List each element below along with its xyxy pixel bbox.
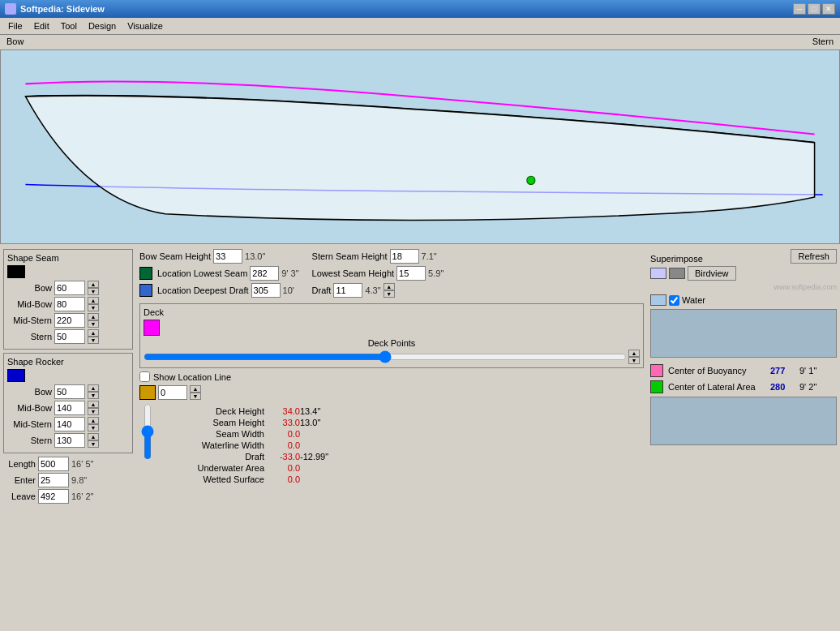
rocker-midstern-input[interactable]	[54, 417, 85, 431]
water-checkbox[interactable]	[669, 295, 679, 306]
rocker-bow-down[interactable]: ▼	[88, 392, 99, 399]
close-button[interactable]: ✕	[822, 3, 835, 15]
stern-seam-height-input[interactable]	[390, 249, 419, 264]
enter-input[interactable]	[38, 473, 69, 487]
enter-row: Enter 9.8"	[3, 473, 133, 487]
wetted-surface-row: Wetted Surface 0.0	[159, 474, 336, 484]
rocker-stern-down[interactable]: ▼	[88, 440, 99, 448]
seam-height-stat-value: 33.0	[268, 418, 300, 427]
leave-input[interactable]	[38, 489, 69, 504]
boat-svg	[1, 50, 839, 243]
seam-bow-label: Bow	[7, 283, 52, 293]
wetted-surface-label: Wetted Surface	[159, 474, 264, 484]
seam-midstern-input[interactable]	[54, 313, 85, 328]
location-up[interactable]: ▲	[190, 385, 201, 393]
seam-width-value: 0.0	[268, 429, 300, 439]
center-buoyancy-row: Center of Buoyancy 277 9' 1"	[650, 364, 837, 377]
seam-bow-up[interactable]: ▲	[88, 281, 99, 288]
draft-up[interactable]: ▲	[384, 283, 395, 290]
stern-label: Stern	[812, 36, 834, 46]
seam-bow-row: Bow ▲ ▼	[7, 281, 129, 295]
menu-file[interactable]: File	[3, 19, 28, 32]
lowest-location-input[interactable]	[250, 266, 279, 281]
window-controls: ─ □ ✕	[793, 3, 835, 15]
app-icon	[5, 3, 16, 15]
seam-midbow-input[interactable]	[54, 297, 85, 311]
seam-midbow-up[interactable]: ▲	[88, 297, 99, 304]
deepest-draft-input[interactable]	[251, 283, 281, 298]
seam-stern-input[interactable]	[54, 329, 85, 344]
superimpose-swatch1[interactable]	[650, 268, 666, 279]
seam-midstern-down[interactable]: ▼	[88, 320, 99, 328]
rocker-midstern-up[interactable]: ▲	[88, 417, 99, 424]
shape-rocker-color-swatch[interactable]	[7, 369, 25, 382]
lowest-location-label: Location Lowest Seam	[157, 268, 247, 278]
rocker-midstern-down[interactable]: ▼	[88, 424, 99, 431]
window-title: Softpedia: Sideview	[20, 4, 105, 14]
rocker-bow-input[interactable]	[54, 384, 85, 399]
seam-midstern-up[interactable]: ▲	[88, 313, 99, 320]
menu-edit[interactable]: Edit	[29, 19, 54, 32]
shape-seam-color-swatch[interactable]	[7, 265, 25, 278]
waterline-slider[interactable]	[139, 403, 156, 460]
shape-rocker-label: Shape Rocker	[7, 357, 129, 367]
draft-input[interactable]	[333, 283, 362, 298]
length-unit: 16' 5"	[71, 459, 93, 469]
bow-seam-height-label: Bow Seam Height	[139, 251, 211, 261]
rocker-midbow-up[interactable]: ▲	[88, 401, 99, 408]
bow-seam-height-input[interactable]	[213, 249, 242, 264]
deck-height-row: Deck Height 34.0 13.4"	[159, 406, 336, 416]
location-value-input[interactable]	[158, 385, 187, 400]
location-down[interactable]: ▼	[190, 393, 201, 400]
seam-stern-down[interactable]: ▼	[88, 337, 99, 344]
superimpose-swatch2[interactable]	[669, 268, 685, 279]
waterline-width-label: Waterline Width	[159, 440, 264, 450]
seam-right-col: Stern Seam Height 7.1" Lowest Seam Heigh…	[312, 249, 444, 300]
lowest-location-row: Location Lowest Seam 9' 3"	[139, 266, 299, 281]
birdview-button[interactable]: Birdview	[688, 266, 736, 281]
draft-unit: 4.3"	[365, 285, 380, 295]
rocker-bow-up[interactable]: ▲	[88, 384, 99, 392]
seam-height-stat-row: Seam Height 33.0 13.0"	[159, 418, 336, 427]
menu-visualize[interactable]: Visualize	[122, 19, 168, 32]
deck-section: Deck Deck Points ▲ ▼	[139, 303, 644, 368]
seam-bow-down[interactable]: ▼	[88, 288, 99, 295]
menu-tool[interactable]: Tool	[56, 19, 82, 32]
center-lateral-row: Center of Lateral Area 280 9' 2"	[650, 380, 837, 393]
rocker-stern-input[interactable]	[54, 433, 85, 448]
draft-down[interactable]: ▼	[384, 290, 395, 298]
show-location-checkbox[interactable]	[139, 371, 150, 382]
rocker-midbow-down[interactable]: ▼	[88, 408, 99, 415]
stern-seam-height-row: Stern Seam Height 7.1"	[312, 249, 444, 264]
lowest-seam-input[interactable]	[396, 266, 426, 281]
show-location-label: Show Location Line	[153, 372, 231, 382]
seam-stern-row: Stern ▲ ▼	[7, 329, 129, 344]
length-input[interactable]	[38, 457, 69, 471]
deck-slider-down[interactable]: ▼	[628, 357, 640, 364]
underwater-area-label: Underwater Area	[159, 463, 264, 473]
center-buoyancy-label: Center of Buoyancy	[668, 366, 765, 376]
right-panel: Refresh Superimpose Birdview www.softped…	[650, 249, 837, 505]
seam-bow-input[interactable]	[54, 281, 85, 295]
deck-color-swatch[interactable]	[144, 320, 160, 336]
location-color-swatch[interactable]	[139, 385, 156, 400]
maximize-button[interactable]: □	[808, 3, 821, 15]
refresh-button[interactable]: Refresh	[791, 249, 837, 264]
leave-row: Leave 16' 2"	[3, 489, 133, 504]
seam-height-stat-unit: 13.0"	[300, 418, 336, 427]
draft-row: Draft 4.3" ▲ ▼	[312, 283, 444, 298]
rocker-stern-up[interactable]: ▲	[88, 433, 99, 440]
seam-stern-up[interactable]: ▲	[88, 329, 99, 337]
lowest-location-swatch[interactable]	[139, 267, 152, 280]
deck-slider-up[interactable]: ▲	[628, 350, 640, 357]
rocker-midbow-input[interactable]	[54, 401, 85, 415]
deepest-draft-swatch[interactable]	[139, 284, 152, 297]
seam-midbow-down[interactable]: ▼	[88, 304, 99, 311]
deepest-draft-label: Location Deepest Draft	[157, 285, 249, 295]
menu-design[interactable]: Design	[84, 19, 121, 32]
deck-slider[interactable]	[144, 350, 627, 363]
water-row: Water	[650, 294, 837, 306]
softpedia-credit: www.softpedia.com	[650, 283, 837, 291]
seam-stern-label: Stern	[7, 332, 52, 341]
minimize-button[interactable]: ─	[793, 3, 806, 15]
